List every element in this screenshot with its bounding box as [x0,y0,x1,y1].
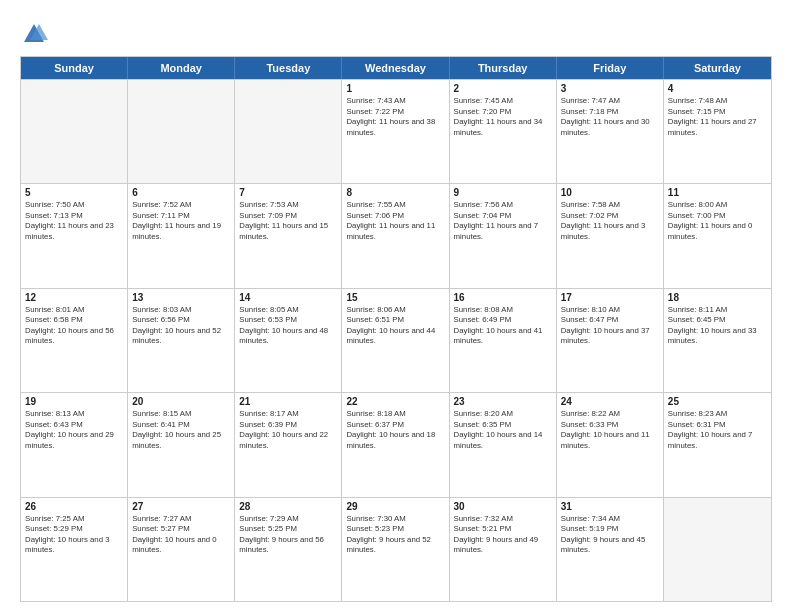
calendar-cell: 15Sunrise: 8:06 AMSunset: 6:51 PMDayligh… [342,289,449,392]
calendar-cell: 5Sunrise: 7:50 AMSunset: 7:13 PMDaylight… [21,184,128,287]
calendar-header-sunday: Sunday [21,57,128,79]
day-detail: Sunrise: 8:06 AMSunset: 6:51 PMDaylight:… [346,305,444,347]
calendar-cell: 11Sunrise: 8:00 AMSunset: 7:00 PMDayligh… [664,184,771,287]
logo [20,20,52,48]
day-detail: Sunrise: 7:43 AMSunset: 7:22 PMDaylight:… [346,96,444,138]
calendar-cell: 27Sunrise: 7:27 AMSunset: 5:27 PMDayligh… [128,498,235,601]
day-number: 22 [346,396,444,407]
day-number: 26 [25,501,123,512]
day-number: 20 [132,396,230,407]
day-number: 23 [454,396,552,407]
day-number: 31 [561,501,659,512]
calendar-cell: 2Sunrise: 7:45 AMSunset: 7:20 PMDaylight… [450,80,557,183]
day-number: 19 [25,396,123,407]
calendar-cell: 29Sunrise: 7:30 AMSunset: 5:23 PMDayligh… [342,498,449,601]
day-number: 8 [346,187,444,198]
calendar-cell: 13Sunrise: 8:03 AMSunset: 6:56 PMDayligh… [128,289,235,392]
calendar-body: 1Sunrise: 7:43 AMSunset: 7:22 PMDaylight… [21,79,771,601]
calendar-cell: 19Sunrise: 8:13 AMSunset: 6:43 PMDayligh… [21,393,128,496]
day-detail: Sunrise: 7:29 AMSunset: 5:25 PMDaylight:… [239,514,337,556]
calendar-week-2: 5Sunrise: 7:50 AMSunset: 7:13 PMDaylight… [21,183,771,287]
day-number: 6 [132,187,230,198]
calendar-cell: 17Sunrise: 8:10 AMSunset: 6:47 PMDayligh… [557,289,664,392]
day-detail: Sunrise: 7:34 AMSunset: 5:19 PMDaylight:… [561,514,659,556]
calendar-cell: 24Sunrise: 8:22 AMSunset: 6:33 PMDayligh… [557,393,664,496]
day-detail: Sunrise: 7:56 AMSunset: 7:04 PMDaylight:… [454,200,552,242]
day-number: 29 [346,501,444,512]
calendar-cell: 1Sunrise: 7:43 AMSunset: 7:22 PMDaylight… [342,80,449,183]
calendar: SundayMondayTuesdayWednesdayThursdayFrid… [20,56,772,602]
calendar-cell: 3Sunrise: 7:47 AMSunset: 7:18 PMDaylight… [557,80,664,183]
logo-icon [20,20,48,48]
day-detail: Sunrise: 7:48 AMSunset: 7:15 PMDaylight:… [668,96,767,138]
day-detail: Sunrise: 7:30 AMSunset: 5:23 PMDaylight:… [346,514,444,556]
day-detail: Sunrise: 8:17 AMSunset: 6:39 PMDaylight:… [239,409,337,451]
calendar-cell: 20Sunrise: 8:15 AMSunset: 6:41 PMDayligh… [128,393,235,496]
day-number: 13 [132,292,230,303]
day-detail: Sunrise: 8:18 AMSunset: 6:37 PMDaylight:… [346,409,444,451]
calendar-week-5: 26Sunrise: 7:25 AMSunset: 5:29 PMDayligh… [21,497,771,601]
calendar-week-1: 1Sunrise: 7:43 AMSunset: 7:22 PMDaylight… [21,79,771,183]
calendar-cell: 12Sunrise: 8:01 AMSunset: 6:58 PMDayligh… [21,289,128,392]
calendar-week-3: 12Sunrise: 8:01 AMSunset: 6:58 PMDayligh… [21,288,771,392]
day-detail: Sunrise: 7:53 AMSunset: 7:09 PMDaylight:… [239,200,337,242]
day-number: 28 [239,501,337,512]
day-detail: Sunrise: 8:05 AMSunset: 6:53 PMDaylight:… [239,305,337,347]
calendar-header-tuesday: Tuesday [235,57,342,79]
calendar-cell: 14Sunrise: 8:05 AMSunset: 6:53 PMDayligh… [235,289,342,392]
day-number: 18 [668,292,767,303]
day-detail: Sunrise: 8:00 AMSunset: 7:00 PMDaylight:… [668,200,767,242]
day-number: 15 [346,292,444,303]
day-detail: Sunrise: 7:47 AMSunset: 7:18 PMDaylight:… [561,96,659,138]
day-detail: Sunrise: 7:50 AMSunset: 7:13 PMDaylight:… [25,200,123,242]
calendar-cell: 16Sunrise: 8:08 AMSunset: 6:49 PMDayligh… [450,289,557,392]
calendar-cell: 9Sunrise: 7:56 AMSunset: 7:04 PMDaylight… [450,184,557,287]
day-detail: Sunrise: 7:52 AMSunset: 7:11 PMDaylight:… [132,200,230,242]
day-detail: Sunrise: 8:13 AMSunset: 6:43 PMDaylight:… [25,409,123,451]
day-number: 11 [668,187,767,198]
day-detail: Sunrise: 8:23 AMSunset: 6:31 PMDaylight:… [668,409,767,451]
calendar-cell: 30Sunrise: 7:32 AMSunset: 5:21 PMDayligh… [450,498,557,601]
day-number: 2 [454,83,552,94]
day-number: 12 [25,292,123,303]
day-number: 24 [561,396,659,407]
header [20,16,772,48]
calendar-cell: 21Sunrise: 8:17 AMSunset: 6:39 PMDayligh… [235,393,342,496]
calendar-cell: 7Sunrise: 7:53 AMSunset: 7:09 PMDaylight… [235,184,342,287]
calendar-cell: 31Sunrise: 7:34 AMSunset: 5:19 PMDayligh… [557,498,664,601]
page: SundayMondayTuesdayWednesdayThursdayFrid… [0,0,792,612]
day-detail: Sunrise: 8:08 AMSunset: 6:49 PMDaylight:… [454,305,552,347]
day-number: 10 [561,187,659,198]
day-number: 17 [561,292,659,303]
calendar-cell: 4Sunrise: 7:48 AMSunset: 7:15 PMDaylight… [664,80,771,183]
day-number: 5 [25,187,123,198]
calendar-cell: 25Sunrise: 8:23 AMSunset: 6:31 PMDayligh… [664,393,771,496]
calendar-cell [21,80,128,183]
calendar-header-friday: Friday [557,57,664,79]
day-number: 16 [454,292,552,303]
calendar-cell: 23Sunrise: 8:20 AMSunset: 6:35 PMDayligh… [450,393,557,496]
day-number: 4 [668,83,767,94]
day-detail: Sunrise: 8:03 AMSunset: 6:56 PMDaylight:… [132,305,230,347]
calendar-header-thursday: Thursday [450,57,557,79]
day-detail: Sunrise: 8:15 AMSunset: 6:41 PMDaylight:… [132,409,230,451]
calendar-header: SundayMondayTuesdayWednesdayThursdayFrid… [21,57,771,79]
day-number: 21 [239,396,337,407]
day-number: 1 [346,83,444,94]
calendar-cell [235,80,342,183]
calendar-cell: 22Sunrise: 8:18 AMSunset: 6:37 PMDayligh… [342,393,449,496]
day-number: 9 [454,187,552,198]
calendar-header-monday: Monday [128,57,235,79]
day-detail: Sunrise: 8:20 AMSunset: 6:35 PMDaylight:… [454,409,552,451]
day-detail: Sunrise: 8:10 AMSunset: 6:47 PMDaylight:… [561,305,659,347]
calendar-header-saturday: Saturday [664,57,771,79]
day-detail: Sunrise: 8:22 AMSunset: 6:33 PMDaylight:… [561,409,659,451]
day-detail: Sunrise: 8:11 AMSunset: 6:45 PMDaylight:… [668,305,767,347]
day-number: 3 [561,83,659,94]
calendar-cell: 10Sunrise: 7:58 AMSunset: 7:02 PMDayligh… [557,184,664,287]
calendar-cell: 26Sunrise: 7:25 AMSunset: 5:29 PMDayligh… [21,498,128,601]
calendar-week-4: 19Sunrise: 8:13 AMSunset: 6:43 PMDayligh… [21,392,771,496]
day-detail: Sunrise: 8:01 AMSunset: 6:58 PMDaylight:… [25,305,123,347]
day-detail: Sunrise: 7:45 AMSunset: 7:20 PMDaylight:… [454,96,552,138]
calendar-cell [664,498,771,601]
